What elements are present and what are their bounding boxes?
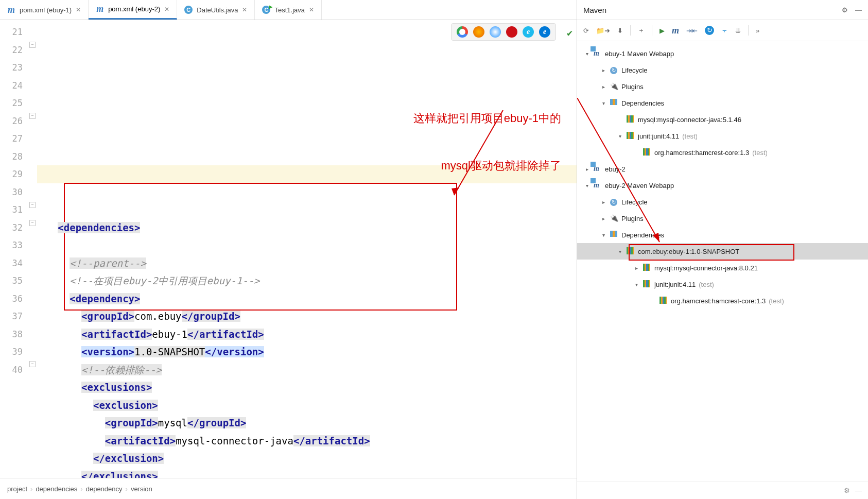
refresh-icon[interactable]: ⟳	[583, 27, 589, 35]
inspection-ok-icon: ✔	[567, 24, 572, 42]
chrome-icon[interactable]	[457, 26, 468, 38]
tree-twisty-icon[interactable]: ▾	[583, 183, 591, 188]
open-in-browser-bar[interactable]: e e	[451, 23, 556, 41]
maven-panel-title: Maven	[583, 6, 606, 14]
java-class-icon: C	[184, 6, 193, 14]
more-icon[interactable]: »	[756, 27, 759, 35]
lifecycle-icon: ↻	[610, 66, 618, 74]
tab-label: pom.xml (ebuy-2)	[108, 5, 160, 13]
breadcrumb-item[interactable]: project	[7, 485, 27, 493]
tree-node[interactable]: ▸mebuy-2	[577, 161, 868, 177]
code-editor[interactable]: 21 22 23 24 25 26 27 28 29 30 31 32 33 3…	[0, 20, 577, 478]
breadcrumb-item[interactable]: version	[131, 485, 152, 493]
tree-node[interactable]: ▾Dependencies	[577, 227, 868, 243]
editor-tab[interactable]: CDateUtils.java✕	[177, 0, 255, 20]
line-number-gutter: 21 22 23 24 25 26 27 28 29 30 31 32 33 3…	[0, 20, 28, 478]
tree-node-suffix: (test)	[682, 132, 698, 140]
firefox-icon[interactable]	[473, 26, 484, 38]
annotation-text: 这样就把引用项目ebuy-1中的 mysql驱动包就排除掉了	[413, 79, 561, 205]
tree-node[interactable]: ▸mysql:mysql-connector-java:8.0.21	[577, 260, 868, 276]
tree-twisty-icon[interactable]: ▾	[600, 232, 607, 238]
tree-node-label: Dependencies	[621, 99, 664, 107]
tree-node[interactable]: org.hamcrest:hamcrest-core:1.3 (test)	[577, 292, 868, 309]
tree-twisty-icon[interactable]: ▸	[633, 265, 640, 271]
tree-node-label: Dependencies	[621, 231, 664, 239]
menu-icon[interactable]: —	[855, 487, 862, 494]
toggle-skip-tests-icon[interactable]: ⇥⇤	[686, 27, 698, 35]
status-bar-right: ⚙ —	[577, 481, 868, 499]
tree-node[interactable]: ▾com.ebuy:ebuy-1:1.0-SNAPSHOT	[577, 243, 868, 260]
maven-module-icon: m	[594, 49, 602, 58]
plugins-icon: 🔌	[610, 82, 618, 91]
tree-node-label: Lifecycle	[621, 66, 648, 74]
download-sources-icon[interactable]: ⬇	[617, 27, 623, 35]
tree-node[interactable]: ▸↻Lifecycle	[577, 194, 868, 210]
ie-icon[interactable]: e	[523, 26, 534, 38]
tree-twisty-icon[interactable]: ▸	[600, 216, 607, 221]
edge-icon[interactable]: e	[539, 26, 550, 38]
tree-twisty-icon[interactable]: ▾	[616, 249, 623, 254]
opera-icon[interactable]	[506, 26, 517, 38]
tree-twisty-icon[interactable]: ▸	[583, 166, 591, 172]
editor-tab[interactable]: CTest1.java✕	[255, 0, 322, 20]
minimize-icon[interactable]: —	[855, 6, 862, 14]
dependencies-icon	[610, 231, 618, 239]
tab-label: Test1.java	[274, 6, 305, 14]
safari-icon[interactable]	[490, 26, 501, 38]
library-icon	[659, 297, 668, 305]
tree-node[interactable]: org.hamcrest:hamcrest-core:1.3 (test)	[577, 144, 868, 161]
settings-icon[interactable]: ⚙	[842, 6, 848, 14]
tree-node-label: ebuy-2	[605, 165, 626, 173]
tree-node[interactable]: ▸🔌Plugins	[577, 210, 868, 227]
library-icon	[627, 132, 635, 140]
breadcrumb-item[interactable]: dependencies	[36, 485, 77, 493]
tree-twisty-icon[interactable]: ▸	[600, 84, 607, 90]
settings-icon[interactable]: ⚙	[844, 487, 850, 494]
code-area[interactable]: ✔ e e 这样就把引用项目ebuy-1中的 mysql驱动包就排除掉了	[37, 20, 577, 478]
maven-panel-header: Maven ⚙ —	[577, 0, 868, 20]
tree-node[interactable]: ▾mebuy-2 Maven Webapp	[577, 177, 868, 194]
maven-toolbar: ⟳ 📁➜ ⬇ ＋ ▶ m ⇥⇤ ↻ ⫟ ⇊ »	[577, 20, 868, 41]
tree-node[interactable]: ▾Dependencies	[577, 95, 868, 111]
breadcrumb-bar[interactable]: project›dependencies›dependency›version	[0, 478, 577, 499]
fold-column[interactable]: − − − − −	[28, 20, 37, 478]
generate-sources-icon[interactable]: 📁➜	[596, 27, 610, 35]
editor-tab[interactable]: mpom.xml (ebuy-1)✕	[0, 0, 89, 20]
close-icon[interactable]: ✕	[164, 6, 169, 13]
close-icon[interactable]: ✕	[242, 6, 247, 13]
editor-tab[interactable]: mpom.xml (ebuy-2)✕	[89, 0, 177, 20]
tree-twisty-icon[interactable]: ▸	[600, 199, 607, 205]
tree-twisty-icon[interactable]: ▸	[600, 67, 607, 73]
collapse-all-icon[interactable]: ⇊	[735, 27, 741, 35]
library-icon	[627, 115, 635, 124]
tree-node-label: Plugins	[621, 83, 644, 91]
maven-tree[interactable]: ▾mebuy-1 Maven Webapp▸↻Lifecycle▸🔌Plugin…	[577, 41, 868, 481]
run-icon[interactable]: ▶	[659, 27, 665, 35]
show-diagram-icon[interactable]: ⫟	[721, 27, 728, 35]
tree-node[interactable]: ▸↻Lifecycle	[577, 62, 868, 78]
tree-twisty-icon[interactable]: ▾	[583, 51, 591, 57]
close-icon[interactable]: ✕	[309, 6, 314, 13]
plugins-icon: 🔌	[610, 214, 618, 222]
tree-node[interactable]: ▾mebuy-1 Maven Webapp	[577, 45, 868, 62]
cycle-icon[interactable]: ↻	[705, 26, 714, 35]
add-project-icon[interactable]: ＋	[638, 26, 645, 35]
tree-node-label: mysql:mysql-connector-java:8.0.21	[654, 264, 758, 272]
tree-node-label: junit:junit:4.11	[654, 281, 696, 288]
tree-node[interactable]: ▸🔌Plugins	[577, 78, 868, 95]
tree-node[interactable]: ▾junit:junit:4.11 (test)	[577, 276, 868, 292]
library-icon	[643, 148, 651, 157]
tree-node[interactable]: ▾junit:junit:4.11 (test)	[577, 128, 868, 144]
editor-tab-bar: mpom.xml (ebuy-1)✕mpom.xml (ebuy-2)✕CDat…	[0, 0, 577, 20]
maven-m-icon[interactable]: m	[672, 25, 679, 36]
tree-node-label: Lifecycle	[621, 198, 648, 206]
breadcrumb-item[interactable]: dependency	[86, 485, 123, 493]
tree-twisty-icon[interactable]: ▾	[633, 282, 640, 287]
lifecycle-icon: ↻	[610, 198, 618, 206]
tree-twisty-icon[interactable]: ▾	[616, 133, 623, 139]
tree-node-label: junit:junit:4.11	[638, 132, 679, 140]
tab-label: pom.xml (ebuy-1)	[20, 6, 72, 14]
tree-twisty-icon[interactable]: ▾	[600, 100, 607, 106]
close-icon[interactable]: ✕	[76, 6, 81, 13]
tree-node[interactable]: mysql:mysql-connector-java:5.1.46	[577, 111, 868, 128]
